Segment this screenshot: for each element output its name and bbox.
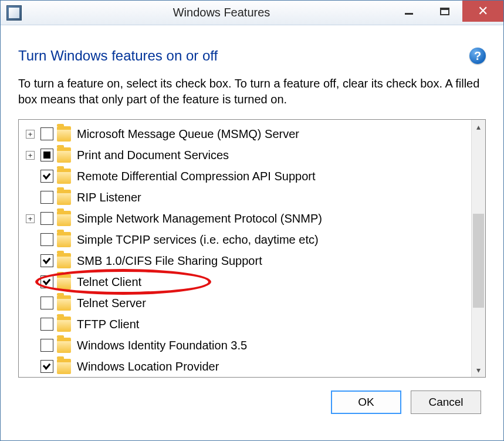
help-icon[interactable]: ?: [469, 48, 486, 64]
tree-item[interactable]: +Microsoft Message Queue (MSMQ) Server: [21, 123, 469, 144]
feature-label: Simple TCPIP services (i.e. echo, daytim…: [77, 233, 319, 247]
folder-icon: [57, 295, 71, 311]
folder-icon: [57, 338, 71, 353]
minimize-button[interactable]: [392, 1, 427, 22]
page-heading: Turn Windows features on or off: [18, 48, 218, 64]
tree-item[interactable]: Simple TCPIP services (i.e. echo, daytim…: [21, 229, 469, 250]
feature-label: TFTP Client: [77, 318, 139, 331]
tree-item[interactable]: Remote Differential Compression API Supp…: [21, 166, 469, 187]
feature-checkbox[interactable]: [40, 170, 53, 183]
feature-label: RIP Listener: [77, 191, 141, 204]
folder-icon: [57, 169, 71, 184]
expand-spacer: [26, 341, 35, 350]
feature-label: Microsoft Message Queue (MSMQ) Server: [77, 127, 299, 141]
features-tree: +Microsoft Message Queue (MSMQ) Server+P…: [18, 119, 486, 378]
feature-checkbox[interactable]: [40, 318, 53, 331]
expand-spacer: [26, 193, 35, 202]
tree-item[interactable]: +Simple Network Management Protocol (SNM…: [21, 208, 469, 229]
folder-icon: [57, 253, 71, 268]
maximize-button[interactable]: [427, 1, 462, 22]
feature-checkbox[interactable]: [40, 127, 53, 140]
ok-button[interactable]: OK: [331, 390, 401, 414]
tree-item[interactable]: Telnet Server: [21, 292, 469, 314]
feature-label: Print and Document Services: [77, 149, 229, 162]
scroll-down-arrow[interactable]: ▾: [472, 363, 485, 377]
app-icon: [6, 5, 22, 21]
tree-viewport: +Microsoft Message Queue (MSMQ) Server+P…: [19, 120, 471, 377]
feature-checkbox[interactable]: [40, 191, 53, 204]
feature-checkbox[interactable]: [40, 297, 53, 309]
expand-spacer: [26, 172, 35, 181]
expand-icon[interactable]: +: [26, 151, 35, 160]
expand-spacer: [26, 299, 35, 308]
cancel-button[interactable]: Cancel: [411, 390, 481, 414]
feature-checkbox[interactable]: [40, 254, 53, 267]
svg-rect-0: [405, 13, 413, 15]
folder-icon: [57, 211, 71, 226]
feature-checkbox[interactable]: [40, 149, 53, 161]
feature-label: SMB 1.0/CIFS File Sharing Support: [77, 254, 262, 268]
expand-icon[interactable]: +: [26, 214, 35, 223]
expand-spacer: [26, 320, 35, 329]
expand-spacer: [26, 362, 35, 371]
folder-icon: [57, 190, 71, 205]
close-button[interactable]: ✕: [462, 1, 503, 22]
tree-item[interactable]: Windows Location Provider: [21, 356, 469, 377]
folder-icon: [57, 317, 71, 332]
feature-label: Simple Network Management Protocol (SNMP…: [77, 212, 322, 225]
folder-icon: [57, 147, 71, 163]
tree-item[interactable]: TFTP Client: [21, 314, 469, 335]
tree-item[interactable]: +Print and Document Services: [21, 144, 469, 166]
tree-item[interactable]: RIP Listener: [21, 187, 469, 208]
feature-label: Remote Differential Compression API Supp…: [77, 170, 316, 183]
expand-spacer: [26, 235, 35, 244]
expand-spacer: [26, 257, 35, 265]
window-controls: ✕: [392, 1, 503, 22]
feature-checkbox[interactable]: [40, 275, 53, 288]
scroll-up-arrow[interactable]: ▴: [472, 120, 485, 134]
feature-checkbox[interactable]: [40, 339, 53, 352]
tree-item[interactable]: SMB 1.0/CIFS File Sharing Support: [21, 250, 469, 271]
page-description: To turn a feature on, select its check b…: [18, 76, 486, 107]
folder-icon: [57, 232, 71, 247]
windows-features-dialog: Windows Features ✕ Turn Windows features…: [0, 0, 504, 441]
dialog-buttons: OK Cancel: [18, 390, 486, 414]
feature-label: Windows Location Provider: [77, 360, 219, 373]
folder-icon: [57, 359, 71, 374]
tree-item[interactable]: Windows Identity Foundation 3.5: [21, 335, 469, 356]
feature-label: Telnet Server: [77, 297, 146, 310]
scroll-thumb[interactable]: [473, 214, 484, 308]
vertical-scrollbar[interactable]: ▴ ▾: [471, 120, 485, 377]
expand-icon[interactable]: +: [26, 130, 35, 139]
feature-label: Windows Identity Foundation 3.5: [77, 339, 247, 352]
feature-checkbox[interactable]: [40, 212, 53, 225]
feature-checkbox[interactable]: [40, 233, 53, 246]
content-area: Turn Windows features on or off ? To tur…: [1, 25, 503, 420]
feature-checkbox[interactable]: [40, 360, 53, 373]
expand-spacer: [26, 278, 35, 287]
titlebar: Windows Features ✕: [1, 1, 503, 25]
feature-label: Telnet Client: [77, 275, 141, 289]
folder-icon: [57, 126, 71, 142]
folder-icon: [57, 274, 71, 289]
tree-item[interactable]: Telnet Client: [21, 271, 469, 292]
